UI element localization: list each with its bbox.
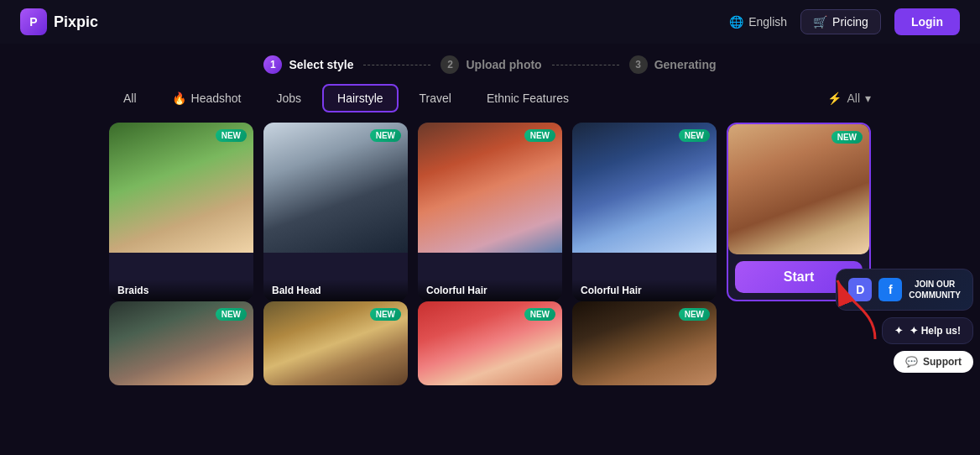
card-colorful-blue[interactable]: NEW Colorful Hair: [572, 123, 717, 301]
pricing-button[interactable]: 🛒 Pricing: [800, 9, 881, 34]
filter-tab-all[interactable]: All: [109, 85, 151, 112]
step-2: 2 Upload photo: [440, 55, 541, 74]
badge-new: NEW: [370, 308, 401, 321]
steps-bar: 1 Select style 2 Upload photo 3 Generati…: [0, 44, 980, 84]
sparkle-icon: ✦: [894, 325, 903, 337]
badge-new: NEW: [831, 131, 863, 144]
card-curly-image-wrapper: NEW: [728, 124, 869, 254]
filter-jobs-label: Jobs: [277, 92, 302, 105]
globe-icon: 🌐: [729, 15, 743, 29]
facebook-icon: f: [878, 278, 902, 301]
card-short[interactable]: NEW: [263, 301, 408, 385]
step-1: 1 Select style: [263, 55, 353, 74]
card-braids-image: [109, 123, 253, 253]
badge-new: NEW: [679, 308, 710, 321]
language-button[interactable]: 🌐 English: [729, 15, 787, 29]
cart-icon: 🛒: [813, 15, 827, 29]
pricing-label: Pricing: [832, 15, 868, 29]
filter-headshot-label: Headshot: [191, 92, 242, 105]
card-curly-dark[interactable]: NEW: [109, 301, 253, 385]
community-label: JOIN OUR COMMUNITY: [909, 279, 961, 301]
step-divider-2: [552, 65, 619, 65]
sort-label: All: [847, 92, 860, 105]
filter-icon: ⚡: [827, 92, 842, 105]
filter-ethnic-label: Ethnic Features: [487, 92, 569, 105]
card-colorful-red-label: Colorful Hair: [418, 280, 562, 301]
chat-icon: 💬: [905, 356, 918, 368]
card-bald-label: Bald Head: [263, 280, 408, 301]
step-1-label: Select style: [289, 58, 353, 71]
card-colorful-red[interactable]: NEW Colorful Hair: [418, 123, 562, 301]
card-colorful-blue-image: [572, 123, 717, 253]
filter-tab-headshot[interactable]: 🔥 Headshot: [158, 85, 256, 112]
app-name: Pixpic: [54, 13, 98, 31]
filter-all-label: All: [123, 92, 137, 105]
badge-new: NEW: [524, 129, 555, 142]
card-curly-image: [728, 124, 869, 254]
step-3-label: Generating: [654, 58, 717, 71]
card-bald-image: [263, 123, 408, 253]
filter-tab-jobs[interactable]: Jobs: [263, 85, 316, 112]
sort-control[interactable]: ⚡ All ▾: [827, 92, 871, 105]
header-right: 🌐 English 🛒 Pricing Login: [729, 8, 960, 35]
logo-icon: P: [20, 8, 47, 35]
step-3-num: 3: [629, 55, 648, 74]
step-divider-1: [363, 65, 430, 65]
card-colorful-blue-label: Colorful Hair: [572, 280, 717, 301]
card-bald-head[interactable]: NEW Bald Head: [263, 123, 408, 301]
filter-travel-label: Travel: [420, 92, 451, 105]
chevron-down-icon: ▾: [865, 92, 871, 105]
badge-new: NEW: [370, 129, 401, 142]
help-button[interactable]: ✦ ✦ Help us!: [882, 317, 973, 344]
support-button[interactable]: 💬 Support: [894, 351, 973, 373]
lang-label: English: [748, 15, 787, 29]
logo-area: P Pixpic: [20, 8, 98, 35]
badge-new: NEW: [216, 308, 247, 321]
community-button[interactable]: D f JOIN OUR COMMUNITY: [836, 269, 973, 311]
discord-icon: D: [848, 278, 872, 301]
filter-tab-ethnic[interactable]: Ethnic Features: [472, 85, 583, 112]
filter-hairstyle-label: Hairstyle: [337, 92, 383, 105]
cards-grid-row2: NEW NEW NEW NEW: [0, 301, 980, 385]
cards-grid: NEW Braids NEW Bald Head NEW Colorful Ha…: [0, 123, 980, 301]
login-button[interactable]: Login: [894, 8, 960, 35]
support-label: Support: [923, 356, 962, 368]
filter-tab-travel[interactable]: Travel: [405, 85, 466, 112]
badge-new: NEW: [524, 308, 555, 321]
filter-bar: All 🔥 Headshot Jobs Hairstyle Travel Eth…: [0, 84, 980, 112]
card-braids-label: Braids: [109, 280, 253, 301]
fire-icon: 🔥: [172, 92, 186, 105]
step-1-num: 1: [263, 55, 282, 74]
side-panel: D f JOIN OUR COMMUNITY ✦ ✦ Help us! 💬 Su…: [836, 269, 973, 373]
card-afro[interactable]: NEW: [572, 301, 717, 385]
card-braids[interactable]: NEW Braids: [109, 123, 253, 301]
badge-new: NEW: [679, 129, 710, 142]
card-colorful-red-image: [418, 123, 562, 253]
header: P Pixpic 🌐 English 🛒 Pricing Login: [0, 0, 980, 44]
card-pixie[interactable]: NEW: [418, 301, 562, 385]
step-2-label: Upload photo: [466, 58, 541, 71]
help-label: ✦ Help us!: [910, 325, 961, 337]
step-3: 3 Generating: [629, 55, 717, 74]
step-2-num: 2: [440, 55, 459, 74]
badge-new: NEW: [216, 129, 247, 142]
filter-tab-hairstyle[interactable]: Hairstyle: [322, 84, 398, 112]
